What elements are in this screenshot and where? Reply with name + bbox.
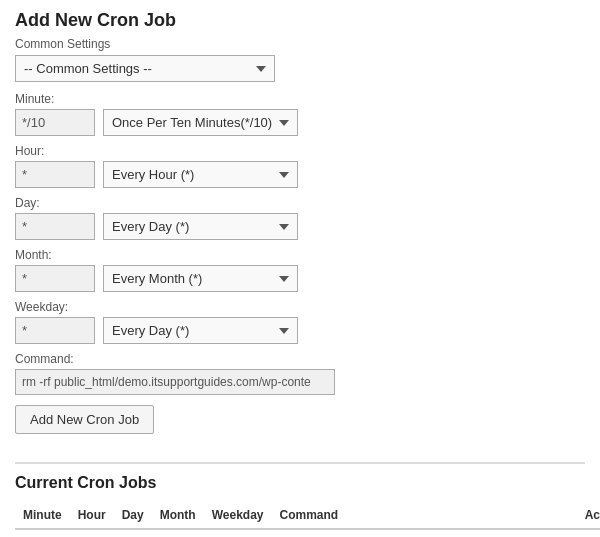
current-cron-jobs-title: Current Cron Jobs bbox=[15, 474, 585, 492]
cron-jobs-table: Minute Hour Day Month Weekday Command Ac… bbox=[15, 502, 600, 537]
col-actions: Actions bbox=[512, 502, 600, 529]
command-field-group: Command: bbox=[15, 352, 585, 395]
minute-row: Once Per Ten Minutes(*/10) bbox=[15, 109, 585, 136]
col-month: Month bbox=[152, 502, 204, 529]
col-day: Day bbox=[114, 502, 152, 529]
section-divider bbox=[15, 462, 585, 464]
col-hour: Hour bbox=[70, 502, 114, 529]
hour-select[interactable]: Every Hour (*) bbox=[103, 161, 298, 188]
common-settings-select[interactable]: -- Common Settings -- bbox=[15, 55, 275, 82]
col-minute: Minute bbox=[15, 502, 70, 529]
month-row: Every Month (*) bbox=[15, 265, 585, 292]
col-command: Command bbox=[271, 502, 496, 529]
month-input[interactable] bbox=[15, 265, 95, 292]
minute-input[interactable] bbox=[15, 109, 95, 136]
row-spacer bbox=[496, 529, 512, 537]
weekday-select[interactable]: Every Day (*) bbox=[103, 317, 298, 344]
page-title: Add New Cron Job bbox=[15, 10, 585, 31]
row-month: * bbox=[152, 529, 204, 537]
table-body: */10 * * * * rm -rfpublic_html/demo.itsu… bbox=[15, 529, 600, 537]
row-minute: */10 bbox=[15, 529, 70, 537]
table-row: */10 * * * * rm -rfpublic_html/demo.itsu… bbox=[15, 529, 600, 537]
row-hour: * bbox=[70, 529, 114, 537]
command-label: Command: bbox=[15, 352, 585, 366]
hour-row: Every Hour (*) bbox=[15, 161, 585, 188]
day-input[interactable] bbox=[15, 213, 95, 240]
day-field-group: Day: Every Day (*) bbox=[15, 196, 585, 240]
weekday-input[interactable] bbox=[15, 317, 95, 344]
month-field-group: Month: Every Month (*) bbox=[15, 248, 585, 292]
day-label: Day: bbox=[15, 196, 585, 210]
row-day: * bbox=[114, 529, 152, 537]
col-spacer bbox=[496, 502, 512, 529]
common-settings-label: Common Settings bbox=[15, 37, 585, 51]
minute-select[interactable]: Once Per Ten Minutes(*/10) bbox=[103, 109, 298, 136]
weekday-label: Weekday: bbox=[15, 300, 585, 314]
col-weekday: Weekday bbox=[204, 502, 272, 529]
row-actions: ✏Edit 🗑Delete bbox=[512, 529, 600, 537]
weekday-field-group: Weekday: Every Day (*) bbox=[15, 300, 585, 344]
table-header: Minute Hour Day Month Weekday Command Ac… bbox=[15, 502, 600, 529]
add-cron-job-button[interactable]: Add New Cron Job bbox=[15, 405, 154, 434]
day-select[interactable]: Every Day (*) bbox=[103, 213, 298, 240]
hour-field-group: Hour: Every Hour (*) bbox=[15, 144, 585, 188]
command-input[interactable] bbox=[15, 369, 335, 395]
row-command: rm -rfpublic_html/demo.itsupportguides.c… bbox=[271, 529, 496, 537]
row-weekday: * bbox=[204, 529, 272, 537]
month-label: Month: bbox=[15, 248, 585, 262]
minute-field-group: Minute: Once Per Ten Minutes(*/10) bbox=[15, 92, 585, 136]
hour-label: Hour: bbox=[15, 144, 585, 158]
weekday-row: Every Day (*) bbox=[15, 317, 585, 344]
minute-label: Minute: bbox=[15, 92, 585, 106]
hour-input[interactable] bbox=[15, 161, 95, 188]
day-row: Every Day (*) bbox=[15, 213, 585, 240]
month-select[interactable]: Every Month (*) bbox=[103, 265, 298, 292]
